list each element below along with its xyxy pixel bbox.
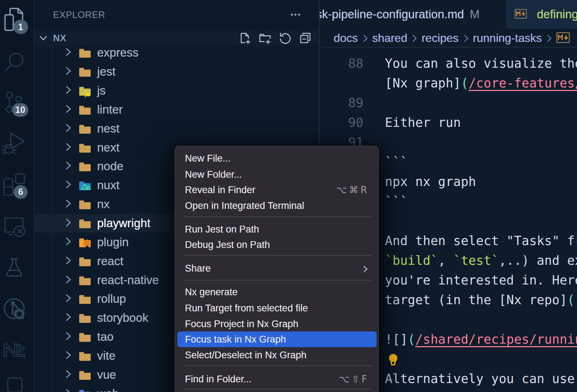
folder-icon <box>78 330 91 343</box>
token-paren: ( <box>461 76 468 90</box>
menu-item-run-jest-on-path[interactable]: Run Jest on Path <box>177 221 377 237</box>
tree-item-express[interactable]: express <box>34 43 319 62</box>
tree-item-label: rollup <box>97 292 126 306</box>
activitybar-item-nx-graph[interactable] <box>0 289 34 330</box>
breadcrumb-recipes[interactable]: recipes <box>421 32 458 45</box>
menu-separator <box>183 255 371 256</box>
nx-console-icon <box>0 328 34 369</box>
tree-item-label: vite <box>97 349 115 363</box>
activitybar-item-bottom-partial[interactable] <box>0 368 34 392</box>
activitybar-item-testing[interactable] <box>0 247 34 288</box>
tree-item-label: storybook <box>97 311 148 325</box>
chevron-right-icon <box>64 350 72 362</box>
tree-item-label: node <box>97 159 123 173</box>
menu-item-new-file[interactable]: New File... <box>177 150 377 166</box>
menu-item-shortcut: ⌥⌘R <box>336 185 369 195</box>
line-text: ![](/shared/recipes/runnin <box>385 330 577 349</box>
line-text: npx nx graph <box>385 172 476 192</box>
tree-item-label: js <box>97 84 106 97</box>
tree-item-label: react-native <box>97 273 159 287</box>
code-line[interactable]: 88You can also visualize the <box>320 54 577 73</box>
tree-item-linter[interactable]: linter <box>34 100 319 119</box>
tab-active[interactable]: sk-pipeline-configuration.md M <box>320 0 505 29</box>
menu-separator <box>183 280 371 281</box>
activitybar-item-nx-console[interactable] <box>0 328 34 369</box>
breadcrumb-chevron-icon <box>546 34 552 43</box>
menu-item-select-deselect-in-nx-graph[interactable]: Select/Deselect in Nx Graph <box>177 347 377 363</box>
new-folder-button[interactable] <box>259 32 272 44</box>
menu-item-debug-jest-on-path[interactable]: Debug Jest on Path <box>177 237 377 253</box>
token-text: [Nx graph] <box>385 76 461 90</box>
tree-item-label: plugin <box>97 235 129 249</box>
menu-item-focus-project-in-nx-graph[interactable]: Focus Project in Nx Graph <box>177 316 377 332</box>
activitybar-item-run-debug[interactable] <box>0 122 34 163</box>
tree-item-nest[interactable]: nest <box>34 119 319 138</box>
menu-item-label: Reveal in Finder <box>185 185 256 196</box>
tab-modified-badge: M <box>470 8 480 21</box>
chevron-right-icon <box>64 85 72 96</box>
tree-item-jest[interactable]: jest <box>34 62 319 81</box>
token-text: you're interested in. Here <box>385 273 577 287</box>
line-text: you're interested in. Here <box>385 271 577 290</box>
markdown-icon <box>556 32 570 44</box>
line-text: You can also visualize the <box>385 54 577 73</box>
chevron-right-icon <box>64 123 72 134</box>
menu-item-shortcut: ⌥⇧F <box>339 374 369 384</box>
token-link: /core-features/ <box>468 76 577 90</box>
breadcrumb-shared[interactable]: shared <box>372 32 407 45</box>
badge: 1 <box>14 20 28 34</box>
line-text: target (in the [Nx repo]( <box>385 290 575 310</box>
folder-icon <box>78 141 91 154</box>
chevron-right-icon <box>64 255 72 267</box>
breadcrumb-running-tasks[interactable]: running-tasks <box>473 32 542 45</box>
activitybar-item-remote-explorer[interactable] <box>0 206 34 248</box>
tree-item-label: nx <box>97 197 110 211</box>
token-text: You can also visualize the <box>385 56 577 71</box>
tree-item-js[interactable]: jsjs <box>34 81 319 100</box>
menu-item-run-target-from-selected-file[interactable]: Run Target from selected file <box>177 300 377 316</box>
folder-icon <box>78 217 91 230</box>
menu-item-nx-generate[interactable]: Nx generate <box>177 284 377 300</box>
menu-item-find-in-folder[interactable]: Find in Folder...⌥⇧F <box>177 371 377 387</box>
activity-bar: 1106 <box>0 0 34 392</box>
token-text: , <box>438 253 453 268</box>
more-actions-icon[interactable] <box>290 12 301 16</box>
code-line[interactable]: 89 <box>320 93 577 113</box>
tree-item-label: express <box>97 46 139 59</box>
chevron-right-icon <box>64 331 72 343</box>
menu-item-new-folder[interactable]: New Folder... <box>177 167 377 182</box>
menu-item-reveal-in-finder[interactable]: Reveal in Finder⌥⌘R <box>177 182 377 198</box>
token-text: And then select "Tasks" fr <box>385 234 577 248</box>
menu-item-focus-task-in-nx-graph[interactable]: Focus task in Nx Graph <box>177 331 377 347</box>
tree-item-label: web <box>97 387 119 392</box>
menu-item-label: New File... <box>185 153 231 164</box>
refresh-button[interactable] <box>280 32 292 44</box>
activitybar-item-source-control[interactable]: 10 <box>0 80 34 121</box>
menu-item-label: Find in Folder... <box>185 374 252 385</box>
activitybar-item-search[interactable] <box>0 39 34 81</box>
badge: 10 <box>12 103 28 117</box>
activitybar-item-explorer[interactable]: 1 <box>0 0 34 40</box>
breadcrumb-chevron-icon <box>411 34 418 43</box>
lightbulb-icon[interactable] <box>388 352 398 372</box>
menu-item-share[interactable]: Share <box>177 260 377 276</box>
menu-item-label: New Folder... <box>185 169 242 180</box>
breadcrumb-docs[interactable]: docs <box>334 32 358 45</box>
menu-item-label: Focus Project in Nx Graph <box>185 319 299 330</box>
folder-icon <box>78 255 91 268</box>
folder-icon <box>78 160 91 173</box>
menu-item-label: Open in Integrated Terminal <box>185 200 304 211</box>
tab-inactive[interactable]: defining- <box>506 0 577 29</box>
menu-item-label: Focus task in Nx Graph <box>185 334 286 345</box>
code-line[interactable]: [Nx graph](/core-features/ <box>320 73 577 93</box>
collapse-all-button[interactable] <box>299 32 312 44</box>
code-line[interactable]: 90Either run <box>320 113 577 133</box>
line-text: `build`, `test`,..) and ex <box>385 251 577 271</box>
menu-item-open-in-integrated-terminal[interactable]: Open in Integrated Terminal <box>177 198 377 214</box>
chevron-right-icon <box>64 388 72 392</box>
activitybar-item-extensions[interactable]: 6 <box>0 165 34 206</box>
markdown-icon <box>515 9 527 20</box>
new-file-button[interactable] <box>239 32 252 44</box>
line-text: [Nx graph](/core-features/ <box>385 73 577 93</box>
folder-icon <box>78 122 91 135</box>
